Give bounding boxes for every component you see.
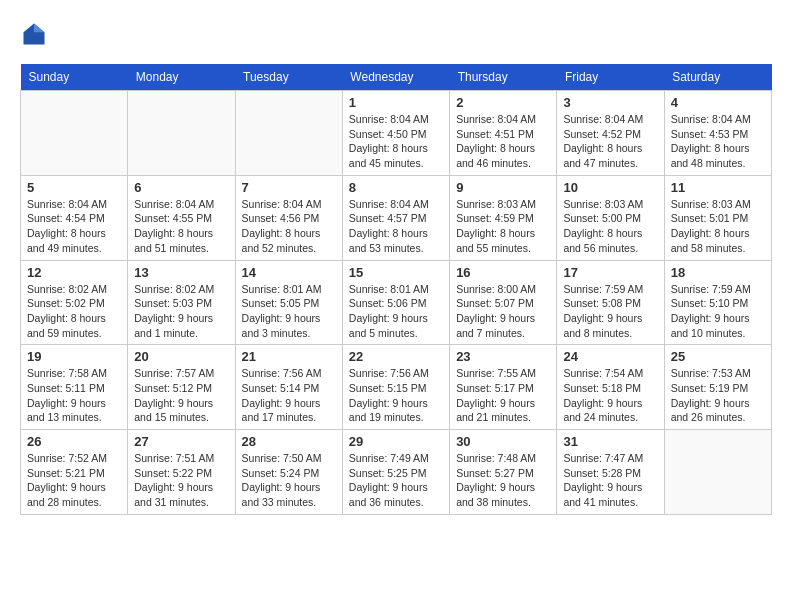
svg-marker-1 xyxy=(34,24,45,33)
calendar-cell: 18Sunrise: 7:59 AM Sunset: 5:10 PM Dayli… xyxy=(664,260,771,345)
day-info: Sunrise: 7:57 AM Sunset: 5:12 PM Dayligh… xyxy=(134,366,228,425)
calendar-week-row: 1Sunrise: 8:04 AM Sunset: 4:50 PM Daylig… xyxy=(21,91,772,176)
day-info: Sunrise: 7:58 AM Sunset: 5:11 PM Dayligh… xyxy=(27,366,121,425)
day-info: Sunrise: 7:55 AM Sunset: 5:17 PM Dayligh… xyxy=(456,366,550,425)
day-number: 13 xyxy=(134,265,228,280)
calendar-cell: 2Sunrise: 8:04 AM Sunset: 4:51 PM Daylig… xyxy=(450,91,557,176)
day-number: 22 xyxy=(349,349,443,364)
calendar-cell: 23Sunrise: 7:55 AM Sunset: 5:17 PM Dayli… xyxy=(450,345,557,430)
calendar-cell: 16Sunrise: 8:00 AM Sunset: 5:07 PM Dayli… xyxy=(450,260,557,345)
day-of-week-header: Monday xyxy=(128,64,235,91)
page-header xyxy=(20,20,772,48)
day-number: 19 xyxy=(27,349,121,364)
calendar-cell: 4Sunrise: 8:04 AM Sunset: 4:53 PM Daylig… xyxy=(664,91,771,176)
day-info: Sunrise: 7:51 AM Sunset: 5:22 PM Dayligh… xyxy=(134,451,228,510)
calendar-cell: 12Sunrise: 8:02 AM Sunset: 5:02 PM Dayli… xyxy=(21,260,128,345)
day-of-week-header: Thursday xyxy=(450,64,557,91)
day-number: 25 xyxy=(671,349,765,364)
day-info: Sunrise: 7:56 AM Sunset: 5:14 PM Dayligh… xyxy=(242,366,336,425)
calendar-cell: 21Sunrise: 7:56 AM Sunset: 5:14 PM Dayli… xyxy=(235,345,342,430)
day-info: Sunrise: 8:04 AM Sunset: 4:53 PM Dayligh… xyxy=(671,112,765,171)
day-number: 30 xyxy=(456,434,550,449)
calendar-cell: 22Sunrise: 7:56 AM Sunset: 5:15 PM Dayli… xyxy=(342,345,449,430)
day-number: 15 xyxy=(349,265,443,280)
day-number: 26 xyxy=(27,434,121,449)
day-number: 29 xyxy=(349,434,443,449)
day-number: 7 xyxy=(242,180,336,195)
calendar-cell: 31Sunrise: 7:47 AM Sunset: 5:28 PM Dayli… xyxy=(557,430,664,515)
day-number: 4 xyxy=(671,95,765,110)
day-info: Sunrise: 7:49 AM Sunset: 5:25 PM Dayligh… xyxy=(349,451,443,510)
day-info: Sunrise: 7:50 AM Sunset: 5:24 PM Dayligh… xyxy=(242,451,336,510)
day-info: Sunrise: 7:54 AM Sunset: 5:18 PM Dayligh… xyxy=(563,366,657,425)
day-info: Sunrise: 7:48 AM Sunset: 5:27 PM Dayligh… xyxy=(456,451,550,510)
day-number: 3 xyxy=(563,95,657,110)
day-info: Sunrise: 7:59 AM Sunset: 5:08 PM Dayligh… xyxy=(563,282,657,341)
day-number: 23 xyxy=(456,349,550,364)
calendar-table: SundayMondayTuesdayWednesdayThursdayFrid… xyxy=(20,64,772,515)
day-info: Sunrise: 8:04 AM Sunset: 4:56 PM Dayligh… xyxy=(242,197,336,256)
day-info: Sunrise: 8:04 AM Sunset: 4:57 PM Dayligh… xyxy=(349,197,443,256)
day-number: 5 xyxy=(27,180,121,195)
day-number: 11 xyxy=(671,180,765,195)
calendar-cell xyxy=(235,91,342,176)
calendar-cell xyxy=(21,91,128,176)
calendar-cell: 28Sunrise: 7:50 AM Sunset: 5:24 PM Dayli… xyxy=(235,430,342,515)
calendar-cell: 26Sunrise: 7:52 AM Sunset: 5:21 PM Dayli… xyxy=(21,430,128,515)
day-number: 16 xyxy=(456,265,550,280)
day-info: Sunrise: 7:52 AM Sunset: 5:21 PM Dayligh… xyxy=(27,451,121,510)
day-of-week-header: Tuesday xyxy=(235,64,342,91)
calendar-cell: 8Sunrise: 8:04 AM Sunset: 4:57 PM Daylig… xyxy=(342,175,449,260)
calendar-cell xyxy=(664,430,771,515)
calendar-week-row: 12Sunrise: 8:02 AM Sunset: 5:02 PM Dayli… xyxy=(21,260,772,345)
day-info: Sunrise: 8:02 AM Sunset: 5:02 PM Dayligh… xyxy=(27,282,121,341)
calendar-week-row: 26Sunrise: 7:52 AM Sunset: 5:21 PM Dayli… xyxy=(21,430,772,515)
day-info: Sunrise: 8:01 AM Sunset: 5:05 PM Dayligh… xyxy=(242,282,336,341)
day-info: Sunrise: 8:04 AM Sunset: 4:55 PM Dayligh… xyxy=(134,197,228,256)
day-number: 18 xyxy=(671,265,765,280)
calendar-cell: 19Sunrise: 7:58 AM Sunset: 5:11 PM Dayli… xyxy=(21,345,128,430)
day-number: 28 xyxy=(242,434,336,449)
day-number: 10 xyxy=(563,180,657,195)
calendar-cell: 5Sunrise: 8:04 AM Sunset: 4:54 PM Daylig… xyxy=(21,175,128,260)
day-info: Sunrise: 8:00 AM Sunset: 5:07 PM Dayligh… xyxy=(456,282,550,341)
day-info: Sunrise: 8:03 AM Sunset: 5:00 PM Dayligh… xyxy=(563,197,657,256)
calendar-cell: 17Sunrise: 7:59 AM Sunset: 5:08 PM Dayli… xyxy=(557,260,664,345)
day-info: Sunrise: 8:04 AM Sunset: 4:52 PM Dayligh… xyxy=(563,112,657,171)
day-number: 14 xyxy=(242,265,336,280)
day-number: 21 xyxy=(242,349,336,364)
day-number: 12 xyxy=(27,265,121,280)
day-number: 8 xyxy=(349,180,443,195)
calendar-cell: 20Sunrise: 7:57 AM Sunset: 5:12 PM Dayli… xyxy=(128,345,235,430)
calendar-cell: 24Sunrise: 7:54 AM Sunset: 5:18 PM Dayli… xyxy=(557,345,664,430)
calendar-cell: 15Sunrise: 8:01 AM Sunset: 5:06 PM Dayli… xyxy=(342,260,449,345)
day-number: 17 xyxy=(563,265,657,280)
calendar-cell: 11Sunrise: 8:03 AM Sunset: 5:01 PM Dayli… xyxy=(664,175,771,260)
calendar-cell: 6Sunrise: 8:04 AM Sunset: 4:55 PM Daylig… xyxy=(128,175,235,260)
day-number: 27 xyxy=(134,434,228,449)
day-number: 1 xyxy=(349,95,443,110)
logo-icon xyxy=(20,20,48,48)
calendar-cell: 3Sunrise: 8:04 AM Sunset: 4:52 PM Daylig… xyxy=(557,91,664,176)
calendar-cell: 13Sunrise: 8:02 AM Sunset: 5:03 PM Dayli… xyxy=(128,260,235,345)
day-info: Sunrise: 8:04 AM Sunset: 4:54 PM Dayligh… xyxy=(27,197,121,256)
day-number: 24 xyxy=(563,349,657,364)
calendar-week-row: 5Sunrise: 8:04 AM Sunset: 4:54 PM Daylig… xyxy=(21,175,772,260)
calendar-cell xyxy=(128,91,235,176)
calendar-cell: 29Sunrise: 7:49 AM Sunset: 5:25 PM Dayli… xyxy=(342,430,449,515)
day-info: Sunrise: 7:56 AM Sunset: 5:15 PM Dayligh… xyxy=(349,366,443,425)
calendar-week-row: 19Sunrise: 7:58 AM Sunset: 5:11 PM Dayli… xyxy=(21,345,772,430)
day-info: Sunrise: 8:04 AM Sunset: 4:50 PM Dayligh… xyxy=(349,112,443,171)
day-info: Sunrise: 8:04 AM Sunset: 4:51 PM Dayligh… xyxy=(456,112,550,171)
calendar-cell: 30Sunrise: 7:48 AM Sunset: 5:27 PM Dayli… xyxy=(450,430,557,515)
calendar-cell: 14Sunrise: 8:01 AM Sunset: 5:05 PM Dayli… xyxy=(235,260,342,345)
day-info: Sunrise: 8:02 AM Sunset: 5:03 PM Dayligh… xyxy=(134,282,228,341)
day-number: 9 xyxy=(456,180,550,195)
calendar-header-row: SundayMondayTuesdayWednesdayThursdayFrid… xyxy=(21,64,772,91)
day-number: 31 xyxy=(563,434,657,449)
day-of-week-header: Friday xyxy=(557,64,664,91)
day-of-week-header: Wednesday xyxy=(342,64,449,91)
day-info: Sunrise: 7:47 AM Sunset: 5:28 PM Dayligh… xyxy=(563,451,657,510)
day-of-week-header: Saturday xyxy=(664,64,771,91)
calendar-cell: 10Sunrise: 8:03 AM Sunset: 5:00 PM Dayli… xyxy=(557,175,664,260)
